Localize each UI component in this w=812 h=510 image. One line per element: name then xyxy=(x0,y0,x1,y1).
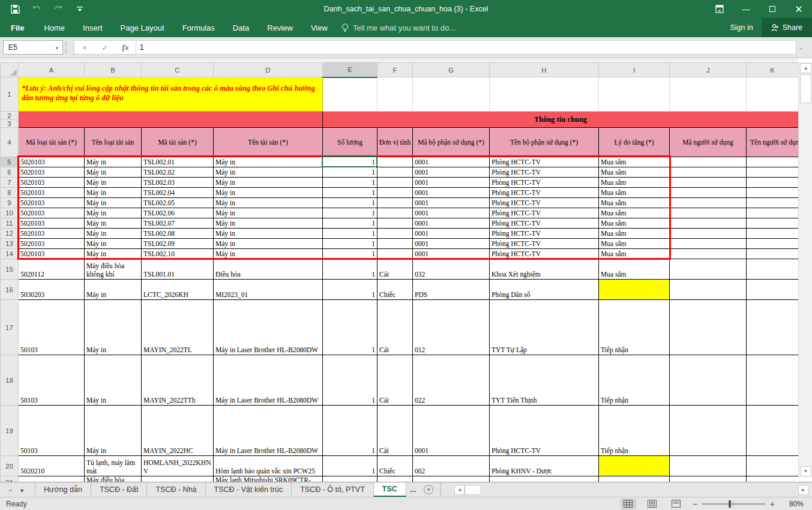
cell-A19[interactable]: 50103 xyxy=(19,406,85,456)
col-header-B[interactable]: B xyxy=(85,63,142,77)
cell-A21[interactable] xyxy=(19,476,85,482)
ribbon-tab-3[interactable]: Page Layout xyxy=(112,18,173,37)
cell-F13[interactable] xyxy=(377,239,413,249)
cell-A15[interactable]: 5020112 xyxy=(19,259,85,280)
cell-I15[interactable]: Mua sắm xyxy=(599,259,670,280)
cell-C16[interactable]: LCTC_2026KH xyxy=(142,280,214,300)
scroll-left-icon[interactable]: ◄ xyxy=(454,485,465,495)
cell-H7[interactable]: Phòng HCTC-TV xyxy=(490,178,599,188)
cell-G20[interactable]: 002 xyxy=(413,456,490,476)
col-header-H[interactable]: H xyxy=(490,63,599,77)
column-title-D[interactable]: Tên tài sản (*) xyxy=(214,128,323,157)
cell-K19[interactable] xyxy=(747,406,799,456)
scroll-right-icon[interactable]: ► xyxy=(798,485,808,495)
cell-A7[interactable]: 5020103 xyxy=(19,178,85,188)
cell-D13[interactable]: Máy in xyxy=(214,239,323,249)
ribbon-tab-5[interactable]: Data xyxy=(224,18,258,37)
cell-J9[interactable] xyxy=(670,198,747,208)
cell-J7[interactable] xyxy=(670,178,747,188)
col-header-E[interactable]: E xyxy=(323,63,377,77)
column-title-E[interactable]: Số lượng xyxy=(323,128,377,157)
cell-J14[interactable] xyxy=(670,249,747,259)
cell-C17[interactable]: MAYIN_2022TL xyxy=(142,300,214,355)
cell-C18[interactable]: MAYIN_2022TTh xyxy=(142,355,214,406)
cell-K20[interactable] xyxy=(747,456,799,476)
cell-I7[interactable]: Mua sắm xyxy=(599,178,670,188)
cell-E17[interactable]: 1 xyxy=(323,300,377,355)
cell-F17[interactable]: Cái xyxy=(377,300,413,355)
cell-I6[interactable]: Mua sắm xyxy=(599,167,670,178)
cell-G14[interactable]: 0001 xyxy=(413,249,490,259)
insert-function-icon[interactable]: fx xyxy=(115,41,136,54)
cell-J10[interactable] xyxy=(670,208,747,218)
cell-B14[interactable]: Máy in xyxy=(85,249,142,259)
cell-A20[interactable]: 5020210 xyxy=(19,456,85,476)
cell-I13[interactable]: Mua sắm xyxy=(599,239,670,249)
cell-E15[interactable]: 1 xyxy=(323,259,377,280)
cell-J11[interactable] xyxy=(670,218,747,229)
cell-A10[interactable]: 5020103 xyxy=(19,208,85,218)
cell-B11[interactable]: Máy in xyxy=(85,218,142,229)
cell-K7[interactable] xyxy=(747,178,799,188)
cell-K9[interactable] xyxy=(747,198,799,208)
cell-E8[interactable]: 1 xyxy=(323,188,377,198)
cell-C13[interactable]: TSL002.09 xyxy=(142,239,214,249)
cell-K14[interactable] xyxy=(747,249,799,259)
cell-C8[interactable]: TSL002.04 xyxy=(142,188,214,198)
cell-B17[interactable]: Máy in xyxy=(85,300,142,355)
cell-H20[interactable]: Phòng KHNV - Dược xyxy=(490,456,599,476)
cell-F8[interactable] xyxy=(377,188,413,198)
cell-G9[interactable]: 0001 xyxy=(413,198,490,208)
row-header-4[interactable]: 4 xyxy=(1,128,19,157)
cell-I17[interactable]: Tiếp nhận xyxy=(599,300,670,355)
cell-H21[interactable] xyxy=(490,476,599,482)
cell-A14[interactable]: 5020103 xyxy=(19,249,85,259)
close-button[interactable]: ✕ xyxy=(786,0,812,18)
cell-A13[interactable]: 5020103 xyxy=(19,239,85,249)
share-button[interactable]: Share xyxy=(762,18,812,37)
cell-I5[interactable]: Mua sắm xyxy=(599,157,670,167)
row-header-5[interactable]: 5 xyxy=(1,157,19,167)
cell-E18[interactable]: 1 xyxy=(323,355,377,406)
cell-K8[interactable] xyxy=(747,188,799,198)
cell-F14[interactable] xyxy=(377,249,413,259)
cell-F1[interactable] xyxy=(377,77,413,112)
cell-F11[interactable] xyxy=(377,218,413,229)
cell-D11[interactable]: Máy in xyxy=(214,218,323,229)
minimize-button[interactable]: — xyxy=(733,0,759,18)
column-title-B[interactable]: Tên loại tài sản xyxy=(85,128,142,157)
cell-D21[interactable]: Máy lạnh Mitsubishi SRK09CTR- xyxy=(214,476,323,482)
cell-E7[interactable]: 1 xyxy=(323,178,377,188)
cell-J20[interactable] xyxy=(670,456,747,476)
select-all-corner[interactable] xyxy=(1,63,19,77)
cell-H14[interactable]: Phòng HCTC-TV xyxy=(490,249,599,259)
cell-F19[interactable]: Cái xyxy=(377,406,413,456)
ribbon-tab-2[interactable]: Insert xyxy=(74,18,112,37)
cell-H15[interactable]: Khoa Xét nghiệm xyxy=(490,259,599,280)
cell-C9[interactable]: TSL002.05 xyxy=(142,198,214,208)
zoom-slider-thumb[interactable] xyxy=(729,500,731,508)
cell-C12[interactable]: TSL002.08 xyxy=(142,229,214,239)
ribbon-tab-file[interactable]: File xyxy=(0,18,35,37)
horizontal-scrollbar[interactable]: ◄ ► xyxy=(454,484,808,495)
cell-H17[interactable]: TYT Tự Lập xyxy=(490,300,599,355)
page-layout-view-icon[interactable] xyxy=(645,499,660,509)
cell-J16[interactable] xyxy=(670,280,747,300)
cell-B9[interactable]: Máy in xyxy=(85,198,142,208)
cell-C20[interactable]: HOMLANH_2022KHNV xyxy=(142,456,214,476)
cell-J6[interactable] xyxy=(670,167,747,178)
cell-J15[interactable] xyxy=(670,259,747,280)
cell-A11[interactable]: 5020103 xyxy=(19,218,85,229)
cell-K18[interactable] xyxy=(747,355,799,406)
cell-E12[interactable]: 1 xyxy=(323,229,377,239)
cell-C6[interactable]: TSL002.02 xyxy=(142,167,214,178)
col-header-D[interactable]: D xyxy=(214,63,323,77)
cell-H12[interactable]: Phòng HCTC-TV xyxy=(490,229,599,239)
cell-K17[interactable] xyxy=(747,300,799,355)
next-sheet-icon[interactable]: ▸ xyxy=(21,487,24,493)
horizontal-scrollbar-thumb[interactable] xyxy=(465,485,481,495)
cell-D20[interactable]: Hòm lạnh bảo quản vắc xin PCW25 xyxy=(214,456,323,476)
cell-B20[interactable]: Tủ lạnh, máy làm mát xyxy=(85,456,142,476)
zoom-level[interactable]: 80% xyxy=(783,500,804,508)
cancel-entry-icon[interactable]: × xyxy=(74,41,95,54)
